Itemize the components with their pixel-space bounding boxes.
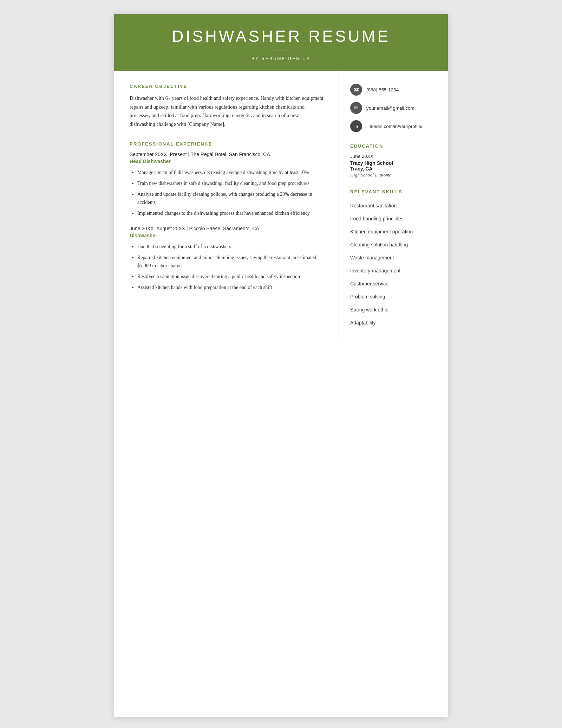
resume-body: CAREER OBJECTIVE Dishwasher with 6+ year…: [114, 71, 448, 343]
job-1-bullets: Manage a team of 8 dishwashers, decreasi…: [130, 168, 325, 217]
skill-item: Problem solving: [350, 290, 437, 303]
side-column: ☎ (888) 555-1234 ✉ your.email@gmail.com …: [339, 71, 448, 343]
skill-item: Adaptability: [350, 316, 437, 329]
skills-list: Restaurant sanitationFood handling princ…: [350, 199, 437, 329]
skill-item: Inventory management: [350, 264, 437, 277]
list-item: Assisted kitchen hands with food prepara…: [137, 283, 325, 291]
education-title: EDUCATION: [350, 143, 437, 149]
skill-item: Food handling principles: [350, 212, 437, 225]
phone-icon: ☎: [350, 84, 362, 96]
phone-symbol: ☎: [353, 87, 359, 92]
education-date: June 20XX: [350, 154, 437, 159]
career-objective-section: CAREER OBJECTIVE Dishwasher with 6+ year…: [130, 84, 325, 129]
list-item: Analyze and update facility cleaning pol…: [137, 190, 325, 206]
job-2-bullets: Handled scheduling for a staff of 5 dish…: [130, 243, 325, 291]
education-school: Tracy High School: [350, 160, 437, 166]
job-2-period: June 20XX–August 20XX | Piccolo Paese, S…: [130, 226, 325, 231]
linkedin-url: linkedin.com/in/yourprofile/: [366, 124, 423, 129]
skill-item: Restaurant sanitation: [350, 199, 437, 212]
contact-linkedin: in linkedin.com/in/yourprofile/: [350, 120, 437, 132]
email-symbol: ✉: [354, 105, 358, 111]
resume-title: DISHWASHER RESUME: [128, 27, 434, 46]
job-entry-2: June 20XX–August 20XX | Piccolo Paese, S…: [130, 226, 325, 291]
job-1-title: Head Dishwasher: [130, 159, 325, 164]
career-objective-text: Dishwasher with 6+ years of food health …: [130, 94, 325, 129]
email-address: your.email@gmail.com: [366, 105, 414, 111]
education-degree: High School Diploma: [350, 172, 437, 178]
skill-item: Strong work ethic: [350, 303, 437, 316]
header-byline: BY RESUME GENIUS: [128, 56, 434, 61]
skill-item: Kitchen equipment operation: [350, 225, 437, 238]
job-1-period: September 20XX–Present | The Regal Hotel…: [130, 152, 325, 157]
resume-document: DISHWASHER RESUME BY RESUME GENIUS CAREE…: [114, 14, 448, 717]
education-section: EDUCATION June 20XX Tracy High School Tr…: [350, 143, 437, 178]
linkedin-icon: in: [350, 120, 362, 132]
list-item: Handled scheduling for a staff of 5 dish…: [137, 243, 325, 251]
phone-number: (888) 555-1234: [366, 87, 399, 92]
skills-section: RELEVANT SKILLS Restaurant sanitationFoo…: [350, 189, 437, 329]
header-divider: [272, 51, 290, 51]
career-objective-title: CAREER OBJECTIVE: [130, 84, 325, 89]
contact-email: ✉ your.email@gmail.com: [350, 102, 437, 114]
skills-title: RELEVANT SKILLS: [350, 189, 437, 194]
skill-item: Waste management: [350, 251, 437, 264]
list-item: Manage a team of 8 dishwashers, decreasi…: [137, 168, 325, 176]
education-city: Tracy, CA: [350, 166, 437, 172]
linkedin-symbol: in: [354, 124, 358, 128]
email-icon: ✉: [350, 102, 362, 114]
skill-item: Customer service: [350, 277, 437, 290]
list-item: Implemented changes to the dishwashing p…: [137, 209, 325, 217]
professional-experience-title: PROFESSIONAL EXPERIENCE: [130, 141, 325, 147]
contact-section: ☎ (888) 555-1234 ✉ your.email@gmail.com …: [350, 84, 437, 132]
contact-phone: ☎ (888) 555-1234: [350, 84, 437, 96]
job-entry-1: September 20XX–Present | The Regal Hotel…: [130, 152, 325, 217]
list-item: Resolved a sanitation issue discovered d…: [137, 272, 325, 281]
list-item: Train new dishwashers in safe dishwashin…: [137, 179, 325, 187]
skill-item: Cleaning solution handling: [350, 238, 437, 251]
professional-experience-section: PROFESSIONAL EXPERIENCE September 20XX–P…: [130, 141, 325, 292]
main-column: CAREER OBJECTIVE Dishwasher with 6+ year…: [114, 71, 339, 343]
resume-header: DISHWASHER RESUME BY RESUME GENIUS: [114, 14, 448, 71]
job-2-title: Dishwasher: [130, 233, 325, 238]
list-item: Repaired kitchen equipment and minor plu…: [137, 253, 325, 270]
